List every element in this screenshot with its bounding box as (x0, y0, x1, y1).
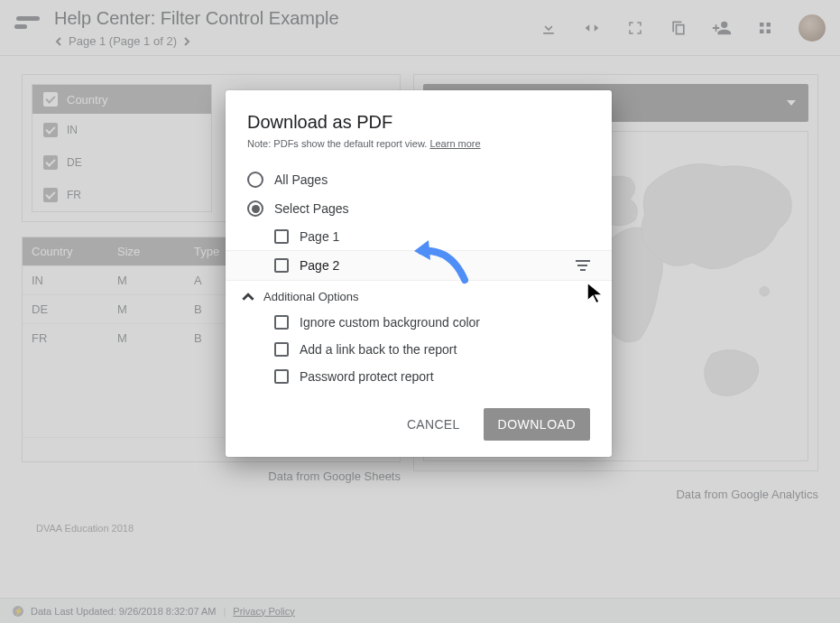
radio-select-pages[interactable]: Select Pages (247, 194, 590, 223)
checkbox-page-2[interactable]: Page 2 (226, 250, 612, 281)
radio-icon (247, 200, 263, 217)
checkbox-icon (274, 258, 289, 273)
chevron-up-icon (242, 291, 254, 303)
radio-icon (247, 172, 263, 188)
additional-options-toggle[interactable]: Additional Options (242, 281, 590, 309)
checkbox-ignore-background[interactable]: Ignore custom background color (274, 309, 590, 336)
radio-all-pages[interactable]: All Pages (247, 165, 590, 194)
download-button[interactable]: DOWNLOAD (484, 408, 590, 441)
checkbox-icon (274, 369, 289, 384)
dialog-title: Download as PDF (247, 112, 590, 133)
filter-icon[interactable] (576, 260, 590, 271)
learn-more-link[interactable]: Learn more (429, 138, 480, 149)
checkbox-password-protect[interactable]: Password protect report (274, 363, 590, 390)
dialog-note: Note: PDFs show the default report view.… (247, 138, 590, 149)
checkbox-page-1[interactable]: Page 1 (274, 223, 590, 250)
download-pdf-dialog: Download as PDF Note: PDFs show the defa… (226, 90, 612, 457)
checkbox-icon (274, 229, 289, 244)
cancel-button[interactable]: CANCEL (396, 408, 471, 441)
checkbox-icon (274, 315, 289, 330)
checkbox-link-back[interactable]: Add a link back to the report (274, 336, 590, 363)
checkbox-icon (274, 342, 289, 357)
